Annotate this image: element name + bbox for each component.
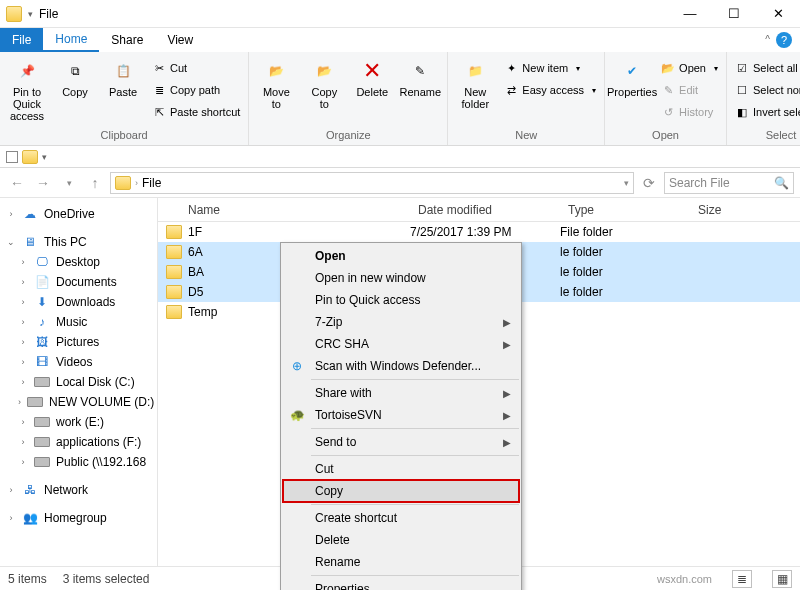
copy-path-button[interactable]: ≣Copy path	[148, 80, 244, 100]
delete-icon: ✕	[357, 58, 387, 84]
nav-homegroup[interactable]: ›👥Homegroup	[0, 508, 157, 528]
ribbon-group-organize: 📂Move to 📂Copy to ✕Delete ✎Rename Organi…	[249, 52, 448, 145]
tab-share[interactable]: Share	[99, 28, 155, 52]
ctx-crc-sha[interactable]: CRC SHA▶	[283, 333, 519, 355]
easy-access-button[interactable]: ⇄Easy access▾	[500, 80, 600, 100]
ctx-share-with[interactable]: Share with▶	[283, 382, 519, 404]
properties-button[interactable]: ✔Properties	[609, 54, 655, 98]
open-button[interactable]: 📂Open▾	[657, 58, 722, 78]
col-date[interactable]: Date modified	[410, 203, 560, 217]
back-button[interactable]: ←	[6, 172, 28, 194]
new-folder-button[interactable]: 📁New folder	[452, 54, 498, 110]
separator	[311, 428, 519, 429]
ctx-defender[interactable]: ⊕Scan with Windows Defender...	[283, 355, 519, 377]
path-icon: ≣	[152, 83, 166, 97]
tab-file[interactable]: File	[0, 28, 43, 52]
disk-icon	[27, 394, 43, 410]
collapse-ribbon-icon[interactable]: ^	[765, 34, 770, 45]
file-date: 7/25/2017 1:39 PM	[410, 225, 560, 239]
down-caret-icon[interactable]: ▾	[28, 9, 33, 19]
paste-button[interactable]: 📋 Paste	[100, 54, 146, 98]
nav-this-pc[interactable]: ⌄🖥This PC	[0, 232, 157, 252]
rename-icon: ✎	[405, 58, 435, 84]
separator	[311, 379, 519, 380]
nav-applications-f[interactable]: ›applications (F:)	[0, 432, 157, 452]
ribbon-group-select: ☑Select all ☐Select none ◧Invert selecti…	[727, 52, 800, 145]
nav-work-e[interactable]: ›work (E:)	[0, 412, 157, 432]
select-all-button[interactable]: ☑Select all	[731, 58, 800, 78]
select-none-button[interactable]: ☐Select none	[731, 80, 800, 100]
nav-videos[interactable]: ›🎞Videos	[0, 352, 157, 372]
checkbox[interactable]	[6, 151, 18, 163]
copy-button[interactable]: ⧉ Copy	[52, 54, 98, 98]
rename-button[interactable]: ✎Rename	[397, 54, 443, 98]
address-bar[interactable]: › File ▾	[110, 172, 634, 194]
breadcrumb[interactable]: File	[142, 176, 161, 190]
select-none-icon: ☐	[735, 83, 749, 97]
col-size[interactable]: Size	[690, 203, 770, 217]
tab-home[interactable]: Home	[43, 28, 99, 52]
ctx-open-new-window[interactable]: Open in new window	[283, 267, 519, 289]
tab-view[interactable]: View	[155, 28, 205, 52]
ctx-tortoisesvn[interactable]: 🐢TortoiseSVN▶	[283, 404, 519, 426]
ctx-copy[interactable]: Copy	[283, 480, 519, 502]
file-name: 1F	[188, 225, 202, 239]
nav-documents[interactable]: ›📄Documents	[0, 272, 157, 292]
pin-to-quick-access-button[interactable]: 📌 Pin to Quick access	[4, 54, 50, 122]
ctx-pin-quick-access[interactable]: Pin to Quick access	[283, 289, 519, 311]
nav-local-disk-c[interactable]: ›Local Disk (C:)	[0, 372, 157, 392]
invert-selection-button[interactable]: ◧Invert selection	[731, 102, 800, 122]
dropdown-icon[interactable]: ▾	[624, 178, 629, 188]
nav-downloads[interactable]: ›⬇Downloads	[0, 292, 157, 312]
maximize-button[interactable]: ☐	[712, 0, 756, 28]
nav-desktop[interactable]: ›🖵Desktop	[0, 252, 157, 272]
close-button[interactable]: ✕	[756, 0, 800, 28]
view-details-button[interactable]: ≣	[732, 570, 752, 588]
nav-pictures[interactable]: ›🖼Pictures	[0, 332, 157, 352]
ctx-rename[interactable]: Rename	[283, 551, 519, 573]
forward-button[interactable]: →	[32, 172, 54, 194]
ctx-cut[interactable]: Cut	[283, 458, 519, 480]
separator	[311, 504, 519, 505]
folder-icon	[166, 305, 182, 319]
edit-icon: ✎	[661, 83, 675, 97]
watermark: wsxdn.com	[657, 573, 712, 585]
ctx-create-shortcut[interactable]: Create shortcut	[283, 507, 519, 529]
pictures-icon: 🖼	[34, 334, 50, 350]
quick-row: ▾	[0, 146, 800, 168]
minimize-button[interactable]: —	[668, 0, 712, 28]
help-icon[interactable]: ?	[776, 32, 792, 48]
refresh-button[interactable]: ⟳	[638, 172, 660, 194]
folder-icon	[166, 245, 182, 259]
nav-network[interactable]: ›🖧Network	[0, 480, 157, 500]
navigation-pane: ›☁OneDrive ⌄🖥This PC ›🖵Desktop ›📄Documen…	[0, 198, 158, 566]
delete-button[interactable]: ✕Delete	[349, 54, 395, 98]
chevron-right-icon[interactable]: ›	[135, 178, 138, 188]
nav-public-share[interactable]: ›Public (\\192.168	[0, 452, 157, 472]
new-item-button[interactable]: ✦New item▾	[500, 58, 600, 78]
copy-to-button[interactable]: 📂Copy to	[301, 54, 347, 110]
col-type[interactable]: Type	[560, 203, 690, 217]
ribbon-group-clipboard: 📌 Pin to Quick access ⧉ Copy 📋 Paste ✂Cu…	[0, 52, 249, 145]
nav-onedrive[interactable]: ›☁OneDrive	[0, 204, 157, 224]
up-button[interactable]: ↑	[84, 172, 106, 194]
down-caret-icon[interactable]: ▾	[42, 152, 47, 162]
videos-icon: 🎞	[34, 354, 50, 370]
search-input[interactable]: Search File 🔍	[664, 172, 794, 194]
view-large-button[interactable]: ▦	[772, 570, 792, 588]
move-to-button[interactable]: 📂Move to	[253, 54, 299, 110]
nav-music[interactable]: ›♪Music	[0, 312, 157, 332]
cut-button[interactable]: ✂Cut	[148, 58, 244, 78]
ctx-properties[interactable]: Properties	[283, 578, 519, 590]
paste-shortcut-button[interactable]: ⇱Paste shortcut	[148, 102, 244, 122]
ctx-open[interactable]: Open	[283, 245, 519, 267]
ctx-delete[interactable]: Delete	[283, 529, 519, 551]
recent-button[interactable]: ▾	[58, 172, 80, 194]
col-name[interactable]: Name	[158, 203, 410, 217]
table-row[interactable]: 1F7/25/2017 1:39 PMFile folder	[158, 222, 800, 242]
disk-icon	[34, 374, 50, 390]
ctx-send-to[interactable]: Send to▶	[283, 431, 519, 453]
chevron-right-icon: ▶	[503, 437, 511, 448]
nav-new-volume-d[interactable]: ›NEW VOLUME (D:)	[0, 392, 157, 412]
ctx-7zip[interactable]: 7-Zip▶	[283, 311, 519, 333]
